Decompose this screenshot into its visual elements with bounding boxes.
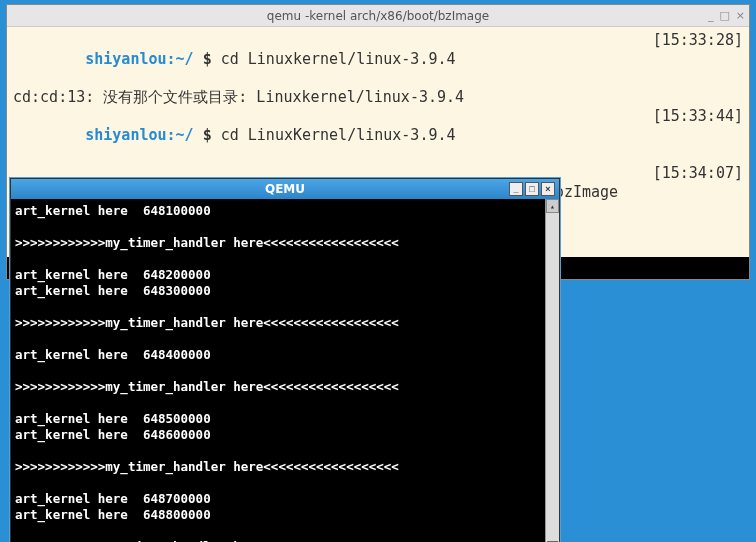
qemu-titlebar[interactable]: QEMU _ □ ×: [11, 179, 559, 199]
main-window-controls: _ □ ×: [708, 9, 745, 22]
timestamp-1: [15:33:28]: [653, 31, 743, 88]
main-title-text: qemu -kernel arch/x86/boot/bzImage: [267, 9, 489, 23]
prompt-dir: ~/: [176, 50, 194, 68]
prompt-line-1: shiyanlou:~/ $ cd Linuxkernel/linux-3.9.…: [13, 31, 743, 88]
qemu-title-text: QEMU: [265, 182, 305, 196]
qemu-minimize-button[interactable]: _: [509, 182, 523, 196]
qemu-window: QEMU _ □ × art_kernel here 648100000 >>>…: [10, 178, 560, 542]
qemu-scrollbar[interactable]: ▴ ▾: [545, 199, 559, 542]
timestamp-3: [15:34:07]: [653, 164, 743, 221]
prompt-dollar: $: [203, 50, 212, 68]
main-titlebar[interactable]: qemu -kernel arch/x86/boot/bzImage _ □ ×: [7, 5, 749, 27]
timestamp-2: [15:33:44]: [653, 107, 743, 164]
scroll-up-button[interactable]: ▴: [546, 199, 559, 213]
error-text: cd:cd:13: 没有那个文件或目录: Linuxkernel/linux-3…: [13, 88, 464, 107]
prompt-user: shiyanlou: [85, 50, 166, 68]
qemu-window-controls: _ □ ×: [509, 182, 555, 196]
maximize-icon[interactable]: □: [719, 9, 729, 22]
close-icon[interactable]: ×: [736, 9, 745, 22]
qemu-maximize-button[interactable]: □: [525, 182, 539, 196]
prompt-line-2: shiyanlou:~/ $ cd LinuxKernel/linux-3.9.…: [13, 107, 743, 164]
qemu-close-button[interactable]: ×: [541, 182, 555, 196]
command-1: cd Linuxkernel/linux-3.9.4: [221, 50, 456, 68]
command-2: cd LinuxKernel/linux-3.9.4: [221, 126, 456, 144]
qemu-terminal-body[interactable]: art_kernel here 648100000 >>>>>>>>>>>>my…: [11, 199, 559, 542]
error-line: cd:cd:13: 没有那个文件或目录: Linuxkernel/linux-3…: [13, 88, 743, 107]
minimize-icon[interactable]: _: [708, 9, 714, 22]
